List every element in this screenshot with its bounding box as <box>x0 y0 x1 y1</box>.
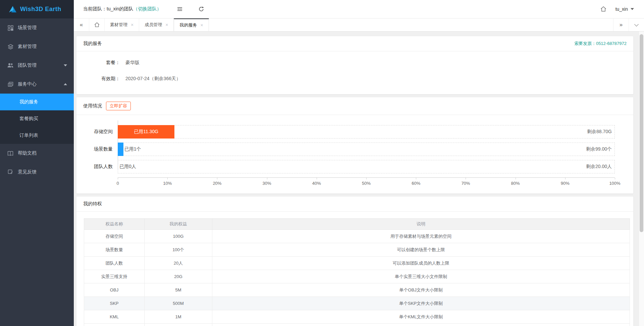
sidebar-subitem[interactable]: 套餐购买 <box>0 110 74 127</box>
sidebar-item-label: 场景管理 <box>18 25 37 31</box>
axis-tick-mark <box>217 178 217 179</box>
home-tab[interactable] <box>89 18 105 31</box>
table-cell: 500M <box>145 297 212 310</box>
tabbar: « 素材管理×成员管理×我的服务× » <box>74 18 644 32</box>
axis-tick-mark <box>118 178 118 179</box>
chevron-up-icon <box>64 83 67 85</box>
invoice-phone-link[interactable]: 索要发票：0512-68787972 <box>574 41 627 47</box>
chevron-down-icon <box>64 64 67 66</box>
axis-tick-mark <box>516 178 516 179</box>
sidebar-item-6[interactable]: 意见反馈 <box>0 163 74 181</box>
axis-tick-label: 100% <box>609 181 620 186</box>
sidebar-item-label: 素材管理 <box>18 44 37 50</box>
layers-icon <box>7 44 13 50</box>
username: tu_xin <box>615 6 628 12</box>
column-header: 说明 <box>212 219 630 230</box>
table-row: 实景三维支持20G单个实景三维大小文件限制 <box>84 270 630 283</box>
scene-grid-icon <box>7 25 13 31</box>
table-cell <box>212 324 630 326</box>
table-cell <box>84 324 145 326</box>
package-value: 豪华版 <box>125 60 140 66</box>
chevron-down-icon <box>634 22 639 26</box>
table-cell: 单个KML文件大小限制 <box>212 310 630 324</box>
validity-label: 有效期： <box>83 76 120 82</box>
sidebar-subitem[interactable]: 我的服务 <box>0 94 74 110</box>
chart-used-bar <box>118 143 123 156</box>
sidebar-item-label: 团队管理 <box>18 62 37 68</box>
scrollbar-thumb[interactable] <box>640 34 643 232</box>
content-area: 我的服务 索要发票：0512-68787972 套餐： 豪华版 有效期： 202… <box>74 32 644 326</box>
axis-tick-mark <box>565 178 566 179</box>
used-value-label: 已用1个 <box>124 143 141 156</box>
table-row <box>84 324 630 326</box>
used-value-label: 已用11.30G <box>134 129 158 135</box>
chart-x-axis: 010%20%30%40%50%60%70%80%90%100% <box>118 177 615 187</box>
axis-tick-label: 70% <box>461 181 470 186</box>
sidebar-item-1[interactable]: 场景管理 <box>0 18 74 37</box>
table-cell: 20G <box>145 270 212 283</box>
tab-close-icon[interactable]: × <box>131 22 133 28</box>
sidebar-item-label: 服务中心 <box>18 81 37 87</box>
sidebar-item-4[interactable]: 服务中心 <box>0 75 74 94</box>
tabs-scroll-left-button[interactable]: « <box>74 18 89 31</box>
table-cell: 100G <box>145 230 212 243</box>
brand-logo[interactable]: Wish3D Earth <box>0 0 74 18</box>
usage-title: 使用情况 <box>83 103 102 109</box>
collapse-menu-icon[interactable] <box>177 6 183 12</box>
table-cell: 100个 <box>145 243 212 257</box>
axis-tick-mark <box>615 178 615 179</box>
brand-name: Wish3D Earth <box>20 6 61 13</box>
chart-row-存储空间: 存储空间已用11.30G剩余88.70G <box>76 125 615 139</box>
tab-label: 成员管理 <box>145 22 162 28</box>
user-caret-icon <box>631 8 634 10</box>
table-cell: 存储空间 <box>84 230 145 243</box>
switch-team-link[interactable]: （切换团队） <box>133 6 161 12</box>
expand-now-button[interactable]: 立即扩容 <box>106 102 131 110</box>
axis-tick-label: 90% <box>561 181 570 186</box>
axis-tick-mark <box>317 178 317 179</box>
user-menu[interactable]: tu_xin <box>615 6 634 12</box>
axis-tick-label: 10% <box>163 181 172 186</box>
table-cell: 20人 <box>145 257 212 270</box>
chart-row-场景数量: 场景数量已用1个剩余99.00个 <box>76 143 615 156</box>
tabs-dropdown-button[interactable] <box>629 18 644 31</box>
tab-label: 素材管理 <box>110 22 127 28</box>
column-header: 我的权益 <box>145 219 212 230</box>
axis-tick-label: 60% <box>412 181 420 186</box>
tab-close-icon[interactable]: × <box>200 22 203 28</box>
tab-close-icon[interactable]: × <box>165 22 168 28</box>
chart-used-bar: 已用11.30G <box>118 125 174 139</box>
table-cell: 实景三维支持 <box>84 270 145 283</box>
vertical-scrollbar[interactable] <box>639 32 644 326</box>
sidebar-item-2[interactable]: 素材管理 <box>0 37 74 56</box>
axis-tick-label: 40% <box>312 181 321 186</box>
tab-素材管理[interactable]: 素材管理× <box>105 18 139 31</box>
used-value-label: 已用0人 <box>119 160 136 173</box>
table-cell: 单个实景三维大小文件限制 <box>212 270 630 283</box>
remaining-value-label: 剩余99.00个 <box>586 143 612 156</box>
my-service-panel: 我的服务 索要发票：0512-68787972 套餐： 豪华版 有效期： 202… <box>76 36 633 94</box>
sidebar: Wish3D Earth 场景管理素材管理团队管理服务中心我的服务套餐购买订单列… <box>0 0 74 326</box>
table-cell: KML <box>84 310 145 324</box>
sidebar-item-3[interactable]: 团队管理 <box>0 56 74 75</box>
axis-tick-label: 80% <box>511 181 520 186</box>
home-icon[interactable] <box>600 6 607 12</box>
tab-我的服务[interactable]: 我的服务× <box>174 18 209 31</box>
sidebar-subitem[interactable]: 订单列表 <box>0 127 74 144</box>
sidebar-item-5[interactable]: 帮助文档 <box>0 144 74 163</box>
refresh-icon[interactable] <box>198 6 204 12</box>
table-cell: SKP <box>84 297 145 310</box>
table-row: KML1M单个KML文件大小限制 <box>84 310 630 324</box>
axis-tick-mark <box>366 178 367 179</box>
axis-tick-label: 50% <box>362 181 371 186</box>
table-cell: 单个OBJ文件大小限制 <box>212 283 630 297</box>
tab-label: 我的服务 <box>179 22 197 28</box>
column-header: 权益名称 <box>84 219 145 230</box>
remaining-value-label: 剩余20.00人 <box>586 160 612 173</box>
main-column: 当前团队：tu_xin的团队 （切换团队） <box>74 0 644 326</box>
axis-tick-label: 30% <box>263 181 271 186</box>
tabs-scroll-right-button[interactable]: » <box>613 18 629 31</box>
tab-成员管理[interactable]: 成员管理× <box>139 18 174 31</box>
chart-remaining-track: 已用0人剩余20.00人 <box>118 160 615 173</box>
axis-tick-label: 20% <box>213 181 221 186</box>
